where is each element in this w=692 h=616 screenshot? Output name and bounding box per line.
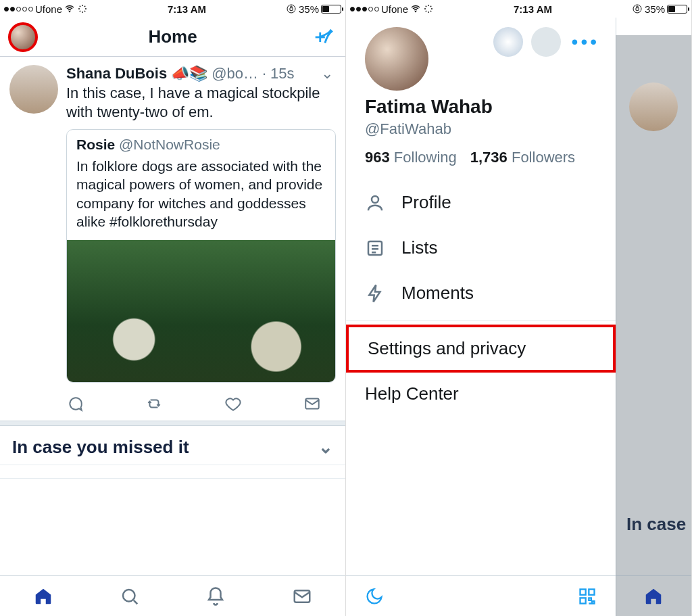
- carrier-label: Ufone: [35, 3, 62, 15]
- tab-search-icon[interactable]: [120, 586, 140, 607]
- profile-icon: [365, 193, 385, 213]
- tweet-author-avatar[interactable]: [9, 65, 58, 114]
- night-mode-icon[interactable]: [365, 587, 384, 606]
- account-switch-1[interactable]: [493, 27, 523, 57]
- tweet-more-chevron-icon[interactable]: ⌄: [321, 65, 336, 82]
- timeline-header: Home: [0, 18, 345, 57]
- compose-tweet-button[interactable]: [312, 26, 335, 49]
- tab-home-icon[interactable]: [33, 586, 53, 607]
- bottom-tab-bar: [0, 575, 345, 616]
- signal-dots-icon: [4, 7, 33, 11]
- followers-stat[interactable]: 1,736 Followers: [470, 149, 575, 166]
- menu-lists-label: Lists: [401, 237, 437, 258]
- account-switch-2[interactable]: [531, 27, 561, 57]
- clock-label: 7:13 AM: [514, 3, 552, 15]
- orientation-lock-icon: [286, 3, 297, 14]
- loading-icon: [77, 3, 88, 14]
- qr-code-icon[interactable]: [578, 587, 597, 606]
- drawer-profile-handle: @FatiWahab: [346, 118, 616, 138]
- tweet-header: Shana DuBois 📣📚 @bo… · 15s ⌄: [66, 65, 336, 82]
- clock-label: 7:13 AM: [168, 3, 206, 15]
- missed-section-header[interactable]: In case you missed it ⌄: [0, 426, 345, 465]
- dimmed-tab-home: [616, 575, 691, 616]
- account-drawer: ••• Fatima Wahab @FatiWahab 963 Followin…: [346, 18, 616, 616]
- orientation-lock-icon: [632, 3, 643, 14]
- dimmed-missed-label: In case: [616, 514, 691, 535]
- like-icon[interactable]: [224, 395, 242, 412]
- dimmed-tweet-avatar: [629, 82, 678, 131]
- svg-point-6: [415, 11, 416, 11]
- settings-label: Settings and privacy: [368, 338, 526, 358]
- tweet-actions: [0, 388, 345, 421]
- quoted-author-handle: @NotNowRosie: [119, 137, 220, 152]
- menu-lists[interactable]: Lists: [346, 225, 616, 270]
- lists-icon: [365, 238, 385, 258]
- menu-moments[interactable]: Moments: [346, 270, 616, 316]
- quoted-media-image[interactable]: [67, 240, 335, 382]
- quoted-text: In folklore dogs are associated with the…: [76, 157, 326, 231]
- share-dm-icon[interactable]: [303, 395, 321, 412]
- menu-help-center[interactable]: Help Center: [346, 373, 616, 415]
- tab-notifications-icon[interactable]: [205, 586, 226, 607]
- retweet-icon[interactable]: [145, 395, 163, 412]
- signal-dots-icon: [350, 7, 379, 11]
- divider: [346, 320, 616, 321]
- tweet-emoji: 📣📚: [171, 65, 207, 82]
- menu-settings-privacy[interactable]: Settings and privacy: [346, 325, 616, 373]
- svg-point-4: [123, 590, 135, 602]
- svg-rect-11: [580, 589, 586, 594]
- phone-home: Ufone 7:13 AM 35% Home Shana DuBois 📣📚 @…: [0, 0, 346, 616]
- svg-rect-13: [580, 598, 586, 603]
- battery-pct-label: 35%: [299, 3, 319, 15]
- menu-profile-label: Profile: [401, 192, 451, 213]
- battery-icon: [321, 5, 341, 14]
- tweet-text: In this case, I have a magical stockpile…: [66, 84, 336, 121]
- missed-heading-label: In case you missed it: [12, 437, 189, 458]
- moments-icon: [365, 283, 385, 304]
- reply-icon[interactable]: [66, 395, 84, 412]
- drawer-profile-avatar[interactable]: [365, 27, 428, 91]
- svg-rect-8: [636, 8, 639, 11]
- wifi-icon: [64, 3, 75, 14]
- dimmed-background[interactable]: In case: [616, 35, 691, 616]
- svg-point-0: [69, 11, 70, 11]
- battery-icon: [667, 5, 687, 14]
- svg-rect-12: [589, 589, 594, 594]
- more-accounts-button[interactable]: •••: [569, 31, 602, 53]
- tab-home-icon: [643, 586, 664, 607]
- battery-pct-label: 35%: [645, 3, 665, 15]
- menu-moments-label: Moments: [401, 283, 474, 304]
- quoted-tweet[interactable]: Rosie @NotNowRosie In folklore dogs are …: [66, 129, 336, 383]
- page-title: Home: [0, 26, 345, 47]
- svg-point-9: [372, 196, 378, 203]
- menu-profile[interactable]: Profile: [346, 180, 616, 225]
- tab-messages-icon[interactable]: [292, 586, 312, 607]
- drawer-profile-name[interactable]: Fatima Wahab: [346, 91, 616, 118]
- help-label: Help Center: [365, 383, 459, 404]
- loading-icon: [423, 3, 434, 14]
- section-gap: [0, 421, 345, 426]
- tweet-author-handle[interactable]: @bo…: [212, 65, 258, 82]
- status-bar: Ufone 7:13 AM 35%: [346, 0, 691, 18]
- quoted-author-name: Rosie: [76, 137, 115, 152]
- chevron-down-icon: ⌄: [318, 437, 333, 458]
- tweet-author-name[interactable]: Shana DuBois: [66, 65, 167, 82]
- carrier-label: Ufone: [381, 3, 408, 15]
- status-bar: Ufone 7:13 AM 35%: [0, 0, 345, 18]
- phone-drawer: Ufone 7:13 AM 35% ••• Fatima Wahab @Fati…: [346, 0, 692, 616]
- svg-rect-2: [290, 8, 293, 11]
- tweet-time: 15s: [270, 65, 294, 82]
- following-stat[interactable]: 963 Following: [365, 149, 457, 166]
- tweet[interactable]: Shana DuBois 📣📚 @bo… · 15s ⌄ In this cas…: [0, 57, 345, 388]
- wifi-icon: [410, 3, 421, 14]
